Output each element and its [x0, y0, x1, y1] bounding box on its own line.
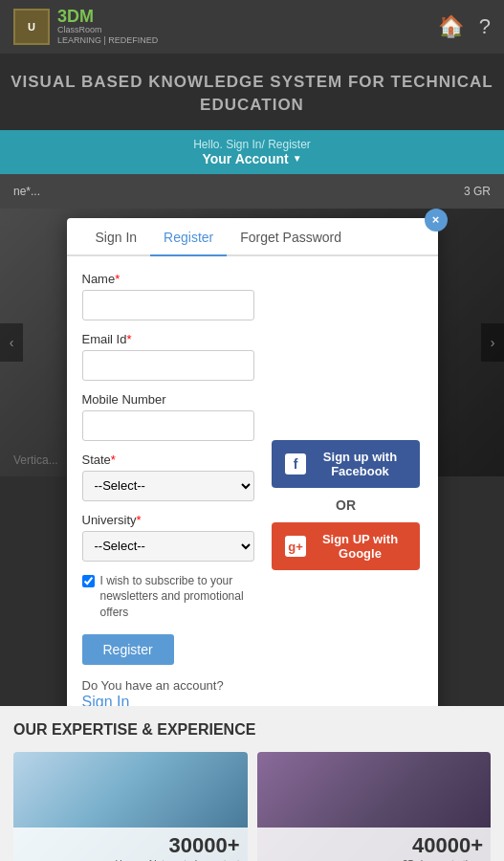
university-label: University* [82, 513, 254, 527]
card-hours-desc: Hours of Integrated e-content [21, 858, 240, 861]
card-hours-content: 30000+ Hours of Integrated e-content [13, 828, 248, 861]
or-divider: OR [336, 497, 356, 513]
header-icons: 🏠 ? [438, 14, 491, 39]
state-field-group: State* --Select-- [82, 453, 254, 501]
google-icon: g+ [285, 536, 306, 557]
name-label: Name* [82, 272, 254, 286]
required-indicator: * [126, 332, 131, 346]
mobile-input[interactable] [82, 410, 254, 441]
state-label: State* [82, 453, 254, 467]
logo-text-area: 3DM ClassRoom LEARNING | REDEFINED [57, 8, 158, 46]
nav-right: 3 GR [464, 185, 491, 198]
cards-row: 30000+ Hours of Integrated e-content 400… [13, 752, 491, 861]
logo-title: 3DM [57, 8, 158, 25]
university-select[interactable]: --Select-- [82, 531, 254, 562]
email-input[interactable] [82, 350, 254, 381]
teal-bar: Hello. Sign In/ Register Your Account ▼ [0, 130, 504, 174]
page-content: ‹ › Vertica... × Sign In Register Forget… [0, 209, 504, 706]
nav-bar: ne*... 3 GR [0, 174, 504, 209]
tab-register[interactable]: Register [150, 218, 227, 256]
modal-overlay: × Sign In Register Forget Password Name* [0, 209, 504, 706]
card-demos-desc: 3D demonstrations [265, 858, 484, 861]
card-hours: 30000+ Hours of Integrated e-content [13, 752, 248, 861]
logo-icon: U [28, 21, 35, 33]
social-login-area: f Sign up with Facebook OR g+ Sign UP wi… [270, 272, 423, 706]
logo-sub1: ClassRoom [57, 25, 158, 35]
card-demos: 40000+ 3D demonstrations [257, 752, 492, 861]
tab-signin[interactable]: Sign In [82, 218, 151, 254]
help-icon[interactable]: ? [479, 14, 491, 39]
header: U 3DM ClassRoom LEARNING | REDEFINED 🏠 ? [0, 0, 504, 54]
home-icon[interactable]: 🏠 [438, 14, 464, 39]
hero-banner: VISUAL BASED KNOWLEDGE SYSTEM FOR TECHNI… [0, 54, 504, 130]
required-indicator: * [111, 453, 116, 467]
bottom-section: OUR EXPERTISE & EXPERIENCE 30000+ Hours … [0, 706, 504, 861]
newsletter-label: I wish to subscribe to your newsletters … [100, 573, 254, 621]
signin-link[interactable]: Sign In [82, 694, 130, 706]
required-indicator: * [115, 272, 120, 286]
logo-area: U 3DM ClassRoom LEARNING | REDEFINED [13, 8, 158, 46]
account-question: Do You have an account? [82, 678, 224, 693]
logo-box: U [13, 9, 50, 45]
required-indicator: * [137, 513, 142, 527]
email-label: Email Id* [82, 332, 254, 346]
greeting-text: Hello. Sign In/ Register [13, 138, 491, 151]
account-info: Do You have an account? Sign In [82, 676, 254, 706]
close-button[interactable]: × [425, 209, 448, 232]
newsletter-checkbox-group: I wish to subscribe to your newsletters … [82, 573, 254, 621]
register-form: Name* Email Id* Mobile Number [82, 272, 254, 706]
email-field-group: Email Id* [82, 332, 254, 381]
state-select[interactable]: --Select-- [82, 471, 254, 501]
facebook-signup-button[interactable]: f Sign up with Facebook [272, 440, 420, 488]
card-demos-number: 40000+ [265, 833, 484, 858]
nav-left: ne*... [13, 185, 40, 198]
logo-sub2: LEARNING | REDEFINED [57, 35, 158, 46]
account-dropdown[interactable]: Your Account ▼ [13, 151, 491, 166]
modal-tabs: Sign In Register Forget Password [67, 218, 438, 256]
mobile-field-group: Mobile Number [82, 392, 254, 441]
modal-body: Name* Email Id* Mobile Number [67, 256, 438, 706]
google-label: Sign UP with Google [314, 532, 406, 561]
facebook-icon: f [285, 453, 306, 475]
university-field-group: University* --Select-- [82, 513, 254, 562]
name-input[interactable] [82, 290, 254, 320]
facebook-label: Sign up with Facebook [314, 450, 406, 478]
mobile-label: Mobile Number [82, 392, 254, 407]
register-modal: × Sign In Register Forget Password Name* [67, 218, 438, 706]
register-button[interactable]: Register [82, 634, 174, 665]
expertise-title: OUR EXPERTISE & EXPERIENCE [13, 721, 491, 739]
tab-forget-password[interactable]: Forget Password [227, 218, 355, 254]
hero-title: VISUAL BASED KNOWLEDGE SYSTEM FOR TECHNI… [10, 71, 494, 117]
card-demos-content: 40000+ 3D demonstrations [257, 828, 492, 861]
newsletter-checkbox[interactable] [82, 575, 95, 587]
google-signup-button[interactable]: g+ Sign UP with Google [272, 522, 420, 570]
chevron-down-icon: ▼ [293, 153, 302, 164]
name-field-group: Name* [82, 272, 254, 320]
account-label: Your Account [202, 151, 288, 166]
card-hours-number: 30000+ [21, 833, 240, 858]
